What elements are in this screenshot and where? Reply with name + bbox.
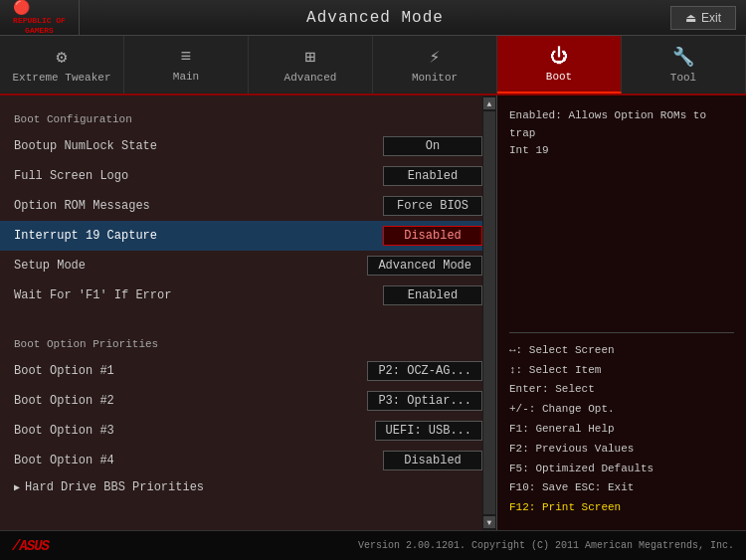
extreme-tweaker-icon: ⚙	[57, 46, 68, 68]
key-row-0: ↔: Select Screen	[509, 341, 734, 361]
tab-tool[interactable]: 🔧 Tool	[622, 36, 746, 93]
key-row-3: +/-: Change Opt.	[509, 400, 734, 420]
tool-icon: 🔧	[672, 46, 694, 68]
key-row-5: F2: Previous Values	[509, 440, 734, 460]
tab-main[interactable]: ≡ Main	[124, 36, 249, 93]
main-content: Boot Configuration Bootup NumLock State …	[0, 95, 746, 530]
section2-label: Boot Option Priorities	[0, 334, 496, 356]
row-bootup-numlock: Bootup NumLock State On	[0, 131, 496, 161]
value-boot-option-2[interactable]: P3: Optiar...	[367, 391, 482, 411]
exit-button[interactable]: ⏏ Exit	[670, 6, 736, 30]
row-boot-option-3: Boot Option #3 UEFI: USB...	[0, 416, 496, 446]
advanced-icon: ⊞	[305, 46, 316, 68]
value-wait-f1[interactable]: Enabled	[383, 285, 482, 305]
value-full-screen-logo[interactable]: Enabled	[383, 166, 482, 186]
row-boot-option-4: Boot Option #4 Disabled	[0, 446, 496, 475]
row-setup-mode: Setup Mode Advanced Mode	[0, 251, 496, 280]
left-panel: Boot Configuration Bootup NumLock State …	[0, 95, 497, 530]
exit-icon: ⏏	[685, 11, 696, 25]
footer-logo: /ASUS	[12, 538, 49, 554]
tab-advanced[interactable]: ⊞ Advanced	[249, 36, 373, 93]
tab-monitor[interactable]: ⚡ Monitor	[373, 36, 497, 93]
value-setup-mode[interactable]: Advanced Mode	[367, 256, 482, 276]
footer-version: Version 2.00.1201. Copyright (C) 2011 Am…	[358, 540, 734, 551]
header: 🔴 REPUBLIC OF GAMERS Advanced Mode ⏏ Exi…	[0, 0, 746, 36]
scroll-thumb[interactable]	[483, 111, 495, 514]
main-icon: ≡	[181, 47, 192, 67]
row-option-rom-messages: Option ROM Messages Force BIOS	[0, 191, 496, 221]
row-full-screen-logo: Full Screen Logo Enabled	[0, 161, 496, 191]
row-boot-option-1: Boot Option #1 P2: OCZ-AG...	[0, 356, 496, 386]
help-text-line1: Enabled: Allows Option ROMs to trap	[509, 107, 734, 142]
key-row-8: F12: Print Screen	[509, 498, 734, 518]
rog-logo: 🔴 REPUBLIC OF GAMERS	[0, 0, 80, 35]
boot-icon: ⏻	[550, 46, 568, 67]
row-wait-f1: Wait For 'F1' If Error Enabled	[0, 280, 496, 310]
help-text-line2: Int 19	[509, 142, 734, 160]
nav-tabs: ⚙ Extreme Tweaker ≡ Main ⊞ Advanced ⚡ Mo…	[0, 36, 746, 95]
key-help-section: ↔: Select Screen ↕: Select Item Enter: S…	[509, 332, 734, 518]
key-row-7: F10: Save ESC: Exit	[509, 478, 734, 498]
monitor-icon: ⚡	[430, 46, 441, 68]
logo-text: REPUBLIC OF GAMERS	[13, 16, 66, 35]
key-row-2: Enter: Select	[509, 380, 734, 400]
scroll-up-arrow[interactable]: ▲	[483, 97, 495, 109]
key-row-1: ↕: Select Item	[509, 361, 734, 381]
scroll-down-arrow[interactable]: ▼	[483, 516, 495, 528]
value-boot-option-1[interactable]: P2: OCZ-AG...	[367, 361, 482, 381]
scrollbar[interactable]: ▲ ▼	[482, 95, 496, 530]
page-title: Advanced Mode	[80, 9, 670, 27]
value-option-rom-messages[interactable]: Force BIOS	[383, 196, 482, 216]
tab-boot[interactable]: ⏻ Boot	[497, 36, 622, 93]
rog-icon: 🔴	[13, 0, 66, 16]
value-interrupt-19-capture[interactable]: Disabled	[383, 226, 482, 246]
section1-label: Boot Configuration	[0, 109, 496, 131]
row-hdd-priorities[interactable]: ▶ Hard Drive BBS Priorities	[0, 475, 496, 499]
key-row-6: F5: Optimized Defaults	[509, 460, 734, 479]
value-boot-option-4[interactable]: Disabled	[383, 451, 482, 470]
row-boot-option-2: Boot Option #2 P3: Optiar...	[0, 386, 496, 416]
tab-extreme-tweaker[interactable]: ⚙ Extreme Tweaker	[0, 36, 124, 93]
hdd-arrow-icon: ▶	[14, 481, 20, 493]
row-interrupt-19-capture: Interrupt 19 Capture Disabled	[0, 221, 496, 251]
right-panel: Enabled: Allows Option ROMs to trap Int …	[497, 95, 746, 530]
value-boot-option-3[interactable]: UEFI: USB...	[375, 421, 482, 441]
key-row-4: F1: General Help	[509, 420, 734, 440]
value-bootup-numlock[interactable]: On	[383, 136, 482, 156]
footer: /ASUS Version 2.00.1201. Copyright (C) 2…	[0, 530, 746, 560]
